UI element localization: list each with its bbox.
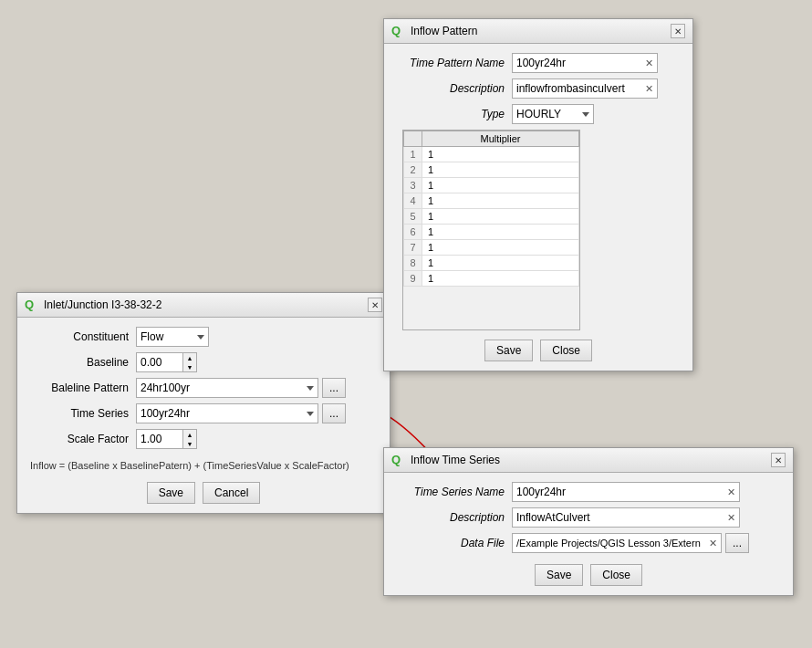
inflow-timeseries-close-x-button[interactable]: ✕ — [771, 453, 786, 467]
baseline-row: Baseline ▲ ▼ — [26, 352, 380, 372]
ts-description-clear-button[interactable]: ✕ — [723, 509, 739, 526]
row-value[interactable]: 1 — [422, 147, 579, 162]
baseline-pattern-dots-button[interactable]: ... — [322, 378, 346, 398]
ts-description-row: Description ✕ — [393, 507, 784, 528]
table-row: 3 1 — [404, 178, 579, 193]
time-pattern-name-label: Time Pattern Name — [393, 57, 512, 69]
ts-datafile-input-wrapper: ✕ — [512, 533, 722, 553]
row-value[interactable]: 1 — [422, 178, 579, 193]
ts-name-row: Time Series Name ✕ — [393, 482, 784, 502]
row-number: 6 — [404, 225, 422, 240]
inflow-pattern-title-text: Inflow Pattern — [411, 25, 477, 37]
row-number: 7 — [404, 240, 422, 256]
ts-datafile-input[interactable] — [513, 536, 704, 550]
scale-factor-input[interactable] — [137, 431, 182, 447]
row-number: 3 — [404, 178, 422, 193]
time-pattern-name-row: Time Pattern Name ✕ — [393, 53, 683, 73]
row-value[interactable]: 1 — [422, 271, 579, 287]
row-value[interactable]: 1 — [422, 209, 579, 225]
inlet-junction-title-text: Inlet/Junction I3-38-32-2 — [44, 298, 161, 311]
row-value[interactable]: 1 — [422, 256, 579, 271]
ts-close-button[interactable]: Close — [590, 564, 642, 586]
inflow-timeseries-window: Q Inflow Time Series ✕ Time Series Name … — [383, 447, 794, 596]
scale-factor-spinner[interactable]: ▲ ▼ — [136, 429, 197, 449]
table-row: 2 1 — [404, 162, 579, 178]
inlet-cancel-button[interactable]: Cancel — [203, 482, 260, 504]
table-row: 8 1 — [404, 256, 579, 271]
ts-name-input-wrapper: ✕ — [512, 482, 740, 502]
ts-datafile-row: Data File ✕ ... — [393, 533, 784, 553]
row-value[interactable]: 1 — [422, 193, 579, 209]
ts-description-input[interactable] — [513, 509, 723, 526]
inflow-pattern-button-row: Save Close — [393, 340, 683, 361]
ts-datafile-clear-button[interactable]: ✕ — [704, 535, 721, 551]
table-row: 6 1 — [404, 225, 579, 240]
inlet-save-button[interactable]: Save — [147, 482, 195, 504]
time-series-label: Time Series — [26, 407, 136, 420]
ts-datafile-browse-button[interactable]: ... — [725, 533, 749, 553]
description-clear-button[interactable]: ✕ — [640, 80, 657, 97]
constituent-label: Constituent — [26, 330, 136, 343]
time-pattern-name-input[interactable] — [513, 55, 640, 71]
row-number: 9 — [404, 271, 422, 287]
inlet-button-row: Save Cancel — [26, 482, 380, 504]
type-label: Type — [393, 108, 512, 120]
ts-save-button[interactable]: Save — [535, 564, 583, 586]
baseline-pattern-label: Baleline Pattern — [26, 381, 136, 394]
formula-text: Inflow = (Baseline x BaselinePatern) + (… — [26, 456, 380, 475]
inflow-pattern-qgis-icon: Q — [391, 24, 406, 38]
baseline-input[interactable] — [137, 354, 182, 371]
row-number: 5 — [404, 209, 422, 225]
baseline-label: Baseline — [26, 356, 136, 369]
time-series-dots-button[interactable]: ... — [322, 403, 346, 423]
multiplier-section: Multiplier 1 1 2 1 3 1 4 1 5 1 6 1 7 1 — [393, 130, 683, 330]
row-number: 1 — [404, 147, 422, 162]
row-value[interactable]: 1 — [422, 240, 579, 256]
table-row: 5 1 — [404, 209, 579, 225]
row-value[interactable]: 1 — [422, 162, 579, 178]
description-label: Description — [393, 82, 512, 95]
multiplier-header: Multiplier — [422, 131, 579, 147]
description-input-wrapper: ✕ — [512, 78, 658, 99]
baseline-spinner[interactable]: ▲ ▼ — [136, 352, 197, 372]
type-dropdown[interactable]: HOURLY DAILY WEEKLY MONTHLY — [512, 104, 594, 124]
inflow-timeseries-title-bar: Q Inflow Time Series ✕ — [384, 448, 793, 473]
inflow-pattern-content: Time Pattern Name ✕ Description ✕ Type H… — [384, 44, 692, 371]
ts-name-clear-button[interactable]: ✕ — [723, 484, 739, 500]
baseline-pattern-dropdown[interactable]: 24hr100yr — [136, 378, 318, 398]
ts-button-row: Save Close — [393, 564, 784, 586]
baseline-spin-down[interactable]: ▼ — [183, 362, 196, 371]
table-row: 7 1 — [404, 240, 579, 256]
constituent-dropdown[interactable]: Flow — [136, 327, 209, 347]
multiplier-table-container[interactable]: Multiplier 1 1 2 1 3 1 4 1 5 1 6 1 7 1 — [402, 130, 580, 330]
time-pattern-name-input-wrapper: ✕ — [512, 53, 658, 73]
description-input[interactable] — [513, 80, 640, 97]
type-row: Type HOURLY DAILY WEEKLY MONTHLY — [393, 104, 683, 124]
row-number: 8 — [404, 256, 422, 271]
ts-description-label: Description — [393, 511, 512, 524]
time-series-dropdown[interactable]: 100yr24hr — [136, 403, 318, 423]
row-value[interactable]: 1 — [422, 225, 579, 240]
ts-datafile-label: Data File — [393, 537, 512, 549]
ts-name-label: Time Series Name — [393, 486, 512, 498]
time-pattern-name-clear-button[interactable]: ✕ — [640, 55, 657, 71]
ts-description-input-wrapper: ✕ — [512, 507, 740, 528]
time-series-row: Time Series 100yr24hr ... — [26, 403, 380, 423]
inlet-junction-window: Q Inlet/Junction I3-38-32-2 ✕ Constituen… — [16, 292, 390, 514]
qgis-icon: Q — [25, 298, 39, 312]
table-row: 1 1 — [404, 147, 579, 162]
scale-factor-spin-down[interactable]: ▼ — [183, 439, 196, 448]
inflow-pattern-close-button[interactable]: Close — [540, 340, 592, 361]
scale-factor-spin-up[interactable]: ▲ — [183, 430, 196, 439]
baseline-spin-up[interactable]: ▲ — [183, 353, 196, 362]
description-row: Description ✕ — [393, 78, 683, 99]
inflow-pattern-save-button[interactable]: Save — [484, 340, 533, 361]
ts-name-input[interactable] — [513, 484, 723, 500]
constituent-row: Constituent Flow — [26, 327, 380, 347]
inflow-timeseries-title-text: Inflow Time Series — [411, 454, 500, 466]
inlet-junction-close-button[interactable]: ✕ — [368, 298, 382, 312]
inlet-junction-title-bar: Q Inlet/Junction I3-38-32-2 ✕ — [17, 293, 390, 318]
inflow-pattern-close-x-button[interactable]: ✕ — [671, 24, 685, 38]
table-row: 4 1 — [404, 193, 579, 209]
row-number: 4 — [404, 193, 422, 209]
